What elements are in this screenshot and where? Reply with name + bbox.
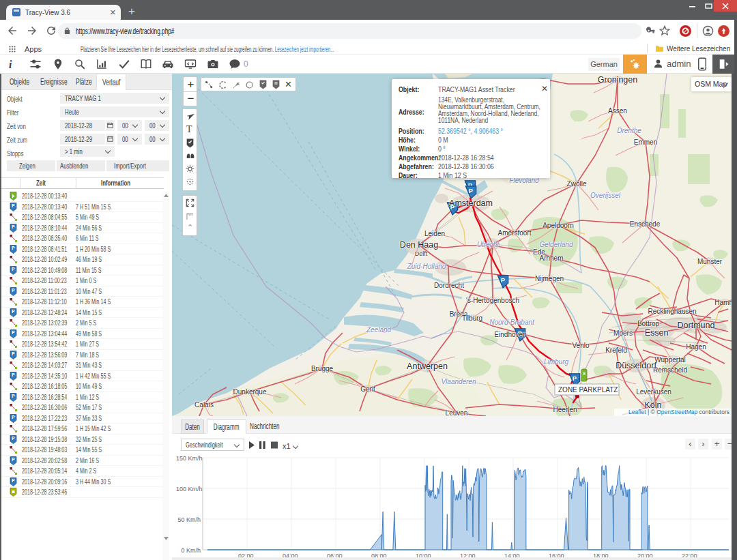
svg-text:P: P: [12, 394, 15, 398]
svg-text:P: P: [469, 187, 473, 194]
svg-text:P: P: [12, 267, 15, 271]
svg-text:P: P: [12, 372, 15, 377]
svg-text:P: P: [12, 309, 15, 314]
svg-text:P: P: [12, 203, 15, 208]
svg-text:8: 8: [583, 371, 586, 376]
svg-text:ZONE PARKPLATZ: ZONE PARKPLATZ: [558, 386, 618, 394]
svg-text:P: P: [501, 276, 505, 284]
svg-text:P: P: [12, 330, 15, 335]
svg-text:P: P: [12, 436, 15, 441]
svg-text:P: P: [12, 351, 15, 356]
svg-text:P: P: [12, 224, 15, 229]
svg-text:P: P: [573, 374, 577, 382]
svg-text:P: P: [12, 246, 15, 250]
svg-text:P: P: [12, 415, 15, 419]
svg-text:P: P: [12, 457, 15, 462]
svg-text:P: P: [12, 478, 15, 483]
svg-text:P: P: [12, 288, 15, 293]
